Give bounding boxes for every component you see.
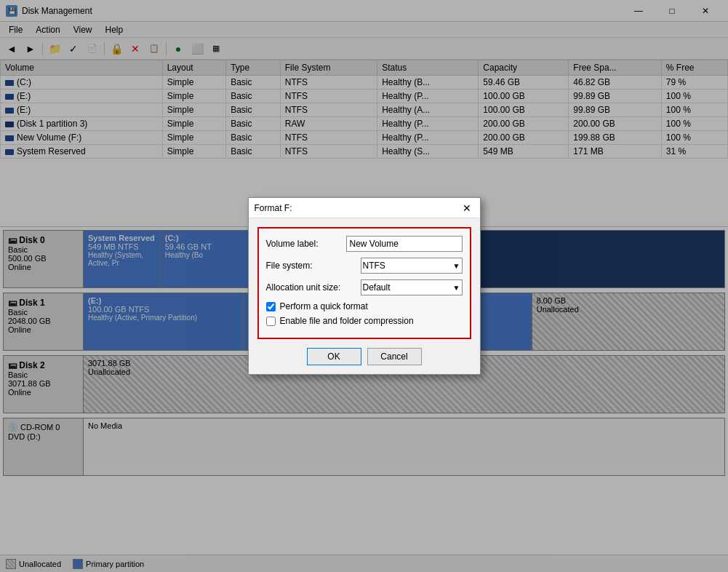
compression-label: Enable file and folder compression	[280, 316, 414, 326]
quick-format-label: Perform a quick format	[280, 301, 368, 311]
modal-body: Volume label: File system: NTFS ▼ Alloca…	[249, 218, 480, 374]
format-dialog: Format F: ✕ Volume label: File system: N…	[248, 197, 481, 375]
volume-label-label: Volume label:	[266, 239, 346, 249]
allocation-value: Default	[363, 282, 391, 293]
quick-format-checkbox[interactable]	[266, 302, 276, 311]
modal-buttons: OK Cancel	[257, 348, 471, 365]
modal-title: Format F:	[255, 203, 292, 213]
allocation-row: Allocation unit size: Default ▼	[266, 279, 463, 295]
filesystem-arrow: ▼	[453, 262, 460, 270]
compression-checkbox[interactable]	[266, 317, 276, 326]
allocation-label: Allocation unit size:	[266, 282, 361, 293]
compression-row: Enable file and folder compression	[266, 316, 463, 326]
cancel-button[interactable]: Cancel	[367, 348, 422, 365]
filesystem-select[interactable]: NTFS ▼	[361, 258, 463, 274]
volume-label-input[interactable]	[346, 236, 463, 252]
allocation-select[interactable]: Default ▼	[361, 279, 463, 295]
filesystem-label: File system:	[266, 261, 361, 271]
allocation-arrow: ▼	[453, 284, 460, 292]
volume-label-row: Volume label:	[266, 236, 463, 252]
ok-button[interactable]: OK	[307, 348, 361, 365]
filesystem-row: File system: NTFS ▼	[266, 258, 463, 274]
modal-close-button[interactable]: ✕	[460, 201, 474, 215]
modal-inner-box: Volume label: File system: NTFS ▼ Alloca…	[257, 227, 471, 339]
modal-title-bar: Format F: ✕	[249, 198, 480, 218]
filesystem-value: NTFS	[363, 261, 385, 271]
quick-format-row: Perform a quick format	[266, 301, 463, 311]
modal-overlay: Format F: ✕ Volume label: File system: N…	[0, 0, 728, 572]
